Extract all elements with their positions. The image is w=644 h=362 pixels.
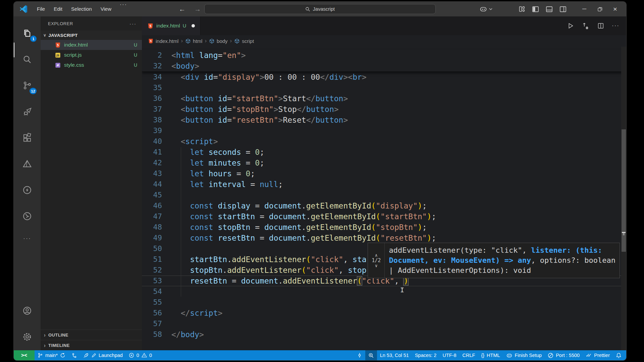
activity-pyramid-extension[interactable] bbox=[19, 156, 35, 172]
indentation-status[interactable]: Spaces: 2 bbox=[412, 350, 440, 360]
code-lines[interactable]: 34 <div id="display">00 : 00 : 00</div><… bbox=[142, 72, 626, 340]
code-line[interactable]: 39 bbox=[142, 125, 626, 136]
file-script-js[interactable]: JS script.js U bbox=[41, 50, 142, 60]
code-line[interactable]: 46 const display = document.getElementBy… bbox=[142, 200, 626, 211]
activity-source-control[interactable]: 12 bbox=[19, 77, 35, 94]
code-line[interactable]: 38 <button id="resetBtn">Reset</button> bbox=[142, 115, 626, 125]
cursor-position-status[interactable]: Ln 53, Col 51 bbox=[377, 350, 412, 360]
chevron-up-icon[interactable]: ∧ bbox=[375, 253, 378, 257]
sticky-scroll[interactable]: 2<html lang="en">32<body> bbox=[142, 50, 626, 72]
prettier-label: Prettier bbox=[594, 353, 610, 358]
notifications-button[interactable] bbox=[613, 350, 626, 360]
toggle-primary-sidebar-button[interactable] bbox=[529, 2, 542, 16]
settings-button[interactable] bbox=[19, 329, 35, 345]
menu-selection[interactable]: Selection bbox=[67, 2, 96, 16]
activity-run-debug[interactable] bbox=[19, 104, 35, 120]
toggle-panel-button[interactable] bbox=[542, 2, 556, 16]
file-style-css[interactable]: # style.css U bbox=[41, 60, 142, 70]
language-mode-status[interactable]: {} HTML bbox=[478, 350, 503, 360]
line-number: 48 bbox=[142, 222, 162, 233]
back-arrow-icon[interactable]: ← bbox=[179, 5, 185, 13]
code-line[interactable]: 41 let seconds = 0; bbox=[142, 147, 626, 158]
menu-file[interactable]: File bbox=[33, 2, 49, 16]
launchpad-status[interactable]: Launchpad bbox=[80, 350, 126, 360]
timeline-section[interactable]: › TIMELINE bbox=[41, 340, 142, 350]
prettier-status[interactable]: ✓✓ Prettier bbox=[583, 350, 613, 360]
menu-view[interactable]: View bbox=[96, 2, 116, 16]
live-server-port-status[interactable]: Port : 5500 bbox=[545, 350, 583, 360]
code-line[interactable]: 56 </script> bbox=[142, 308, 626, 318]
code-line[interactable]: 42 let minutes = 0; bbox=[142, 158, 626, 168]
copilot-icon bbox=[506, 352, 513, 359]
activity-search[interactable] bbox=[19, 51, 35, 67]
file-index-html[interactable]: 5 index.html U bbox=[41, 40, 142, 50]
code-line[interactable]: 2<html lang="en"> bbox=[142, 50, 626, 61]
code-line[interactable]: 40 <script> bbox=[142, 136, 626, 147]
activity-explorer[interactable]: 1 bbox=[19, 25, 35, 41]
breadcrumb-separator: › bbox=[181, 38, 183, 44]
code-line[interactable]: 43 let hours = 0; bbox=[142, 168, 626, 179]
tab-index-html[interactable]: 5 index.html U bbox=[142, 16, 201, 35]
explorer-more-actions-button[interactable]: ··· bbox=[129, 21, 137, 26]
code-line[interactable]: 58</body> bbox=[142, 329, 626, 340]
open-changes-button[interactable] bbox=[582, 22, 590, 30]
minimize-button[interactable]: ─ bbox=[577, 2, 592, 16]
eol-status[interactable]: CRLF bbox=[460, 350, 478, 360]
code-line[interactable]: 44 let interval = null; bbox=[142, 179, 626, 190]
menu-overflow-icon[interactable]: ··· bbox=[116, 2, 131, 16]
activity-thunder-client[interactable] bbox=[19, 182, 35, 198]
outline-section[interactable]: › OUTLINE bbox=[41, 329, 142, 340]
code-line[interactable]: 49 const resetBtn = document.getElementB… bbox=[142, 233, 626, 243]
code-line[interactable]: 45 bbox=[142, 190, 626, 200]
editor-more-actions-button[interactable]: ··· bbox=[612, 22, 620, 29]
branch-status[interactable]: main* bbox=[35, 350, 68, 360]
code-line[interactable]: 54 bbox=[142, 286, 626, 297]
additional-views-button[interactable]: ··· bbox=[19, 234, 35, 242]
breadcrumb-body[interactable]: body bbox=[209, 38, 228, 44]
menu-edit[interactable]: Edit bbox=[49, 2, 67, 16]
line-number: 36 bbox=[142, 93, 162, 104]
activity-code-runner[interactable] bbox=[19, 208, 35, 224]
svg-text:5: 5 bbox=[150, 40, 152, 43]
code-line[interactable]: 48 const stopBtn = document.getElementBy… bbox=[142, 222, 626, 233]
copilot-button[interactable] bbox=[476, 2, 496, 16]
commit-indicator[interactable] bbox=[354, 350, 365, 360]
chevron-down-icon[interactable]: ∨ bbox=[375, 263, 378, 268]
html-file-icon: 5 bbox=[148, 38, 154, 44]
maximize-restore-button[interactable] bbox=[592, 2, 607, 16]
code-line[interactable]: 55 bbox=[142, 297, 626, 308]
copilot-status[interactable]: Finish Setup bbox=[503, 350, 545, 360]
split-editor-button[interactable] bbox=[597, 22, 604, 29]
code-line[interactable]: 35 bbox=[142, 82, 626, 93]
error-icon bbox=[129, 353, 134, 358]
svg-text:JS: JS bbox=[56, 54, 59, 57]
breadcrumb-script[interactable]: script bbox=[234, 38, 254, 44]
code-line[interactable]: 32<body> bbox=[142, 61, 626, 71]
zoom-indicator[interactable] bbox=[365, 350, 377, 360]
modified-dot-icon[interactable] bbox=[192, 24, 195, 27]
forward-arrow-icon[interactable]: → bbox=[194, 5, 201, 13]
source-control-badge: 12 bbox=[30, 88, 37, 94]
vertical-scrollbar[interactable] bbox=[621, 47, 626, 350]
folder-javascript[interactable]: ∨ JAVASCRIPT bbox=[41, 31, 142, 40]
code-line[interactable]: 57 bbox=[142, 318, 626, 329]
encoding-status[interactable]: UTF-8 bbox=[439, 350, 459, 360]
problems-status[interactable]: 0 0 bbox=[126, 350, 155, 360]
remote-indicator[interactable]: >< bbox=[14, 350, 35, 360]
close-button[interactable]: × bbox=[607, 2, 623, 16]
breadcrumb-html[interactable]: html bbox=[185, 38, 202, 44]
code-line[interactable]: 36 <button id="startBtn">Start</button> bbox=[142, 93, 626, 104]
breadcrumb-file[interactable]: 5 index.html bbox=[148, 38, 178, 44]
title-bar: File Edit Selection View ··· ← → Javascr… bbox=[14, 2, 626, 16]
source-control-graph-button[interactable] bbox=[68, 350, 80, 360]
command-center-search[interactable]: Javascript bbox=[204, 4, 436, 14]
code-line[interactable]: 47 const startBtn = document.getElementB… bbox=[142, 211, 626, 222]
code-line[interactable]: 37 <button id="stopBtn">Stop</button> bbox=[142, 104, 626, 115]
accounts-button[interactable] bbox=[19, 303, 35, 319]
code-area[interactable]: 2<html lang="en">32<body> 34 <div id="di… bbox=[142, 47, 626, 350]
code-line[interactable]: 34 <div id="display">00 : 00 : 00</div><… bbox=[142, 72, 626, 82]
customize-layout-button[interactable] bbox=[515, 2, 529, 16]
toggle-secondary-sidebar-button[interactable] bbox=[556, 2, 570, 16]
activity-extensions[interactable] bbox=[19, 130, 35, 146]
run-file-button[interactable] bbox=[567, 22, 574, 29]
